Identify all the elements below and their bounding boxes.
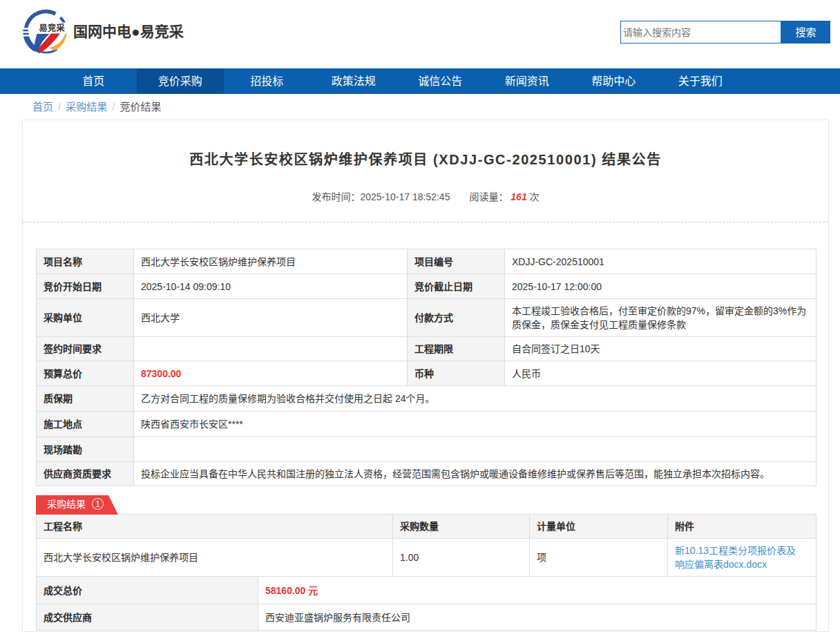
svg-text:易竞采: 易竞采 <box>39 23 65 33</box>
